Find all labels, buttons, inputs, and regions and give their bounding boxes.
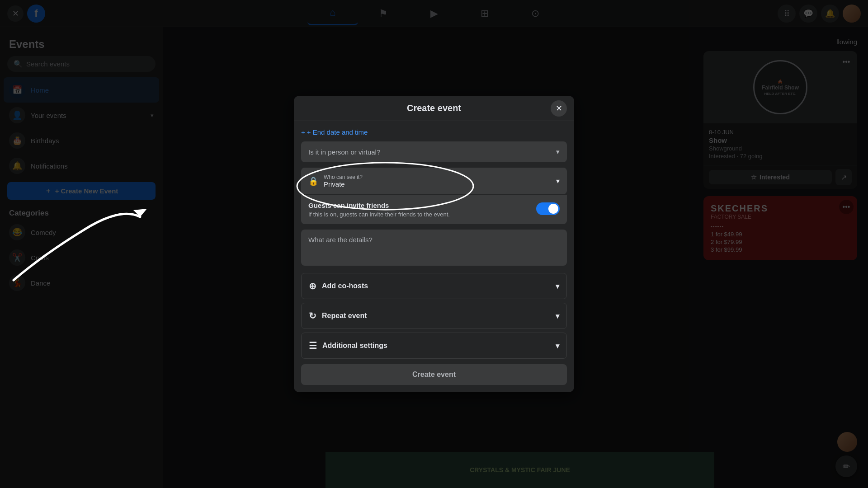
modal-close-button[interactable]: ✕ xyxy=(551,100,567,117)
privacy-value: Private xyxy=(324,180,363,188)
details-textarea[interactable] xyxy=(301,230,567,266)
modal-header: Create event ✕ xyxy=(294,96,574,121)
chevron-down-icon: ▾ xyxy=(556,148,560,156)
privacy-dropdown[interactable]: 🔒 Who can see it? Private ▾ xyxy=(301,168,567,194)
privacy-label: Who can see it? xyxy=(324,174,363,180)
list-icon: ☰ xyxy=(309,340,317,351)
guests-description: If this is on, guests can invite their f… xyxy=(308,211,531,218)
repeat-event-accordion[interactable]: ↻ Repeat event ▾ xyxy=(301,303,567,329)
create-event-modal: Create event ✕ + + End date and time Is … xyxy=(294,96,574,392)
lock-icon: 🔒 xyxy=(308,176,318,186)
chevron-down-icon: ▾ xyxy=(556,177,560,185)
chevron-down-icon: ▾ xyxy=(556,282,559,291)
modal-body: + + End date and time Is it in person or… xyxy=(294,121,574,392)
modal-title: Create event xyxy=(407,103,461,113)
chevron-down-icon: ▾ xyxy=(556,342,559,350)
location-dropdown[interactable]: Is it in person or virtual? ▾ xyxy=(301,141,567,162)
add-cohosts-accordion[interactable]: ⊕ Add co-hosts ▾ xyxy=(301,273,567,299)
additional-settings-accordion[interactable]: ☰ Additional settings ▾ xyxy=(301,333,567,359)
end-date-link[interactable]: + + End date and time xyxy=(301,128,567,136)
guests-invite-row: Guests can invite friends If this is on,… xyxy=(301,195,567,224)
create-event-submit-button[interactable]: Create event xyxy=(301,364,567,385)
plus-icon: + xyxy=(301,128,305,136)
toggle-knob xyxy=(548,204,558,214)
chevron-down-icon: ▾ xyxy=(556,312,559,320)
guests-title: Guests can invite friends xyxy=(308,202,531,209)
add-icon: ⊕ xyxy=(309,281,316,291)
privacy-block: 🔒 Who can see it? Private ▾ Guests can i… xyxy=(301,168,567,224)
repeat-icon: ↻ xyxy=(309,310,316,321)
guests-toggle[interactable] xyxy=(536,202,560,215)
modal-overlay[interactable]: Create event ✕ + + End date and time Is … xyxy=(0,0,868,488)
